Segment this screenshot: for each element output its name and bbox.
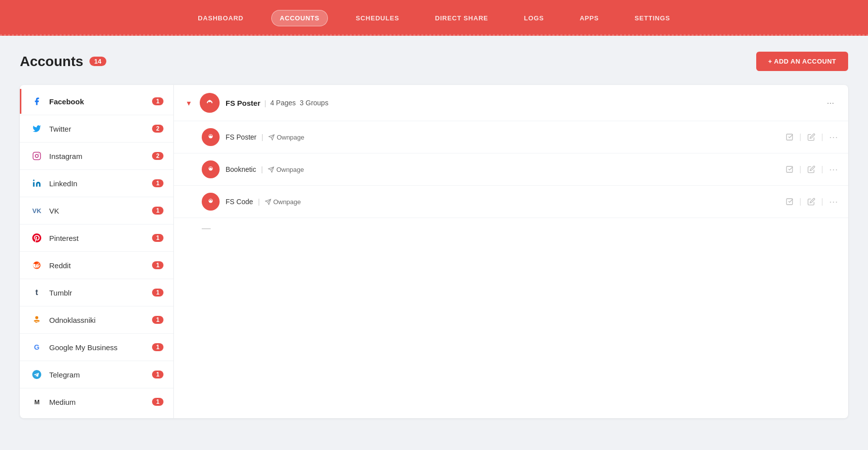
odnoklassniki-icon [31, 314, 42, 325]
sidebar-divider-8 [20, 306, 173, 306]
nav-logs[interactable]: LOGS [516, 10, 552, 26]
sidebar-label-twitter: Twitter [49, 125, 152, 133]
account-actions-fscode: | | ··· [786, 197, 838, 207]
account-name-fscode: FS Code [226, 198, 253, 206]
separator: | [261, 165, 263, 173]
group-name: FS Poster [226, 99, 260, 107]
sidebar-item-gmb[interactable]: G Google My Business 1 [20, 335, 173, 360]
sidebar-item-linkedin[interactable]: LinkedIn 1 [20, 171, 173, 196]
sidebar-item-twitter[interactable]: Twitter 2 [20, 116, 173, 141]
action-sep-2: | [821, 165, 823, 174]
sidebar-divider-10 [20, 361, 173, 361]
check-icon-fsposter[interactable] [786, 133, 793, 141]
more-icon-fscode[interactable]: ··· [829, 197, 838, 207]
nav-apps[interactable]: APPS [572, 10, 607, 26]
svg-point-5 [203, 96, 216, 109]
svg-rect-14 [787, 166, 792, 172]
svg-point-6 [209, 100, 211, 102]
sidebar-badge-medium: 1 [152, 398, 163, 406]
sidebar-label-vk: VK [49, 207, 152, 215]
nav-settings[interactable]: SETTINGS [627, 10, 678, 26]
account-info-fscode: FS Code | Ownpage [226, 198, 780, 206]
sidebar-badge-reddit: 1 [152, 261, 163, 269]
edit-icon-fscode[interactable] [807, 198, 815, 206]
more-icon-fsposter[interactable]: ··· [829, 132, 838, 143]
sidebar-item-reddit[interactable]: Reddit 1 [20, 253, 173, 278]
svg-point-3 [33, 180, 35, 181]
nav-schedules[interactable]: SCHEDULES [348, 10, 407, 26]
sidebar-label-linkedin: LinkedIn [49, 179, 152, 188]
page-title: Accounts [20, 54, 83, 70]
svg-rect-0 [33, 152, 41, 160]
sidebar-item-odnoklassniki[interactable]: Odnoklassniki 1 [20, 307, 173, 332]
expand-more-row[interactable]: — [174, 218, 848, 238]
sidebar-badge-pinterest: 1 [152, 234, 163, 242]
sidebar-badge-instagram: 2 [152, 152, 163, 160]
sidebar-item-instagram[interactable]: Instagram 2 [20, 144, 173, 168]
sidebar-item-tumblr[interactable]: t Tumblr 1 [20, 280, 173, 305]
sidebar-item-facebook[interactable]: Facebook 1 [20, 89, 173, 114]
account-actions-booknetic: | | ··· [786, 164, 838, 175]
sidebar-badge-twitter: 2 [152, 125, 163, 133]
medium-icon: M [31, 396, 42, 407]
sidebar-divider-5 [20, 224, 173, 225]
sidebar-divider-6 [20, 251, 173, 252]
sidebar-badge-vk: 1 [152, 207, 163, 215]
sidebar-label-instagram: Instagram [49, 152, 152, 160]
svg-rect-18 [787, 199, 792, 205]
sidebar-badge-gmb: 1 [152, 343, 163, 351]
top-navigation: DASHBOARD ACCOUNTS SCHEDULES DIRECT SHAR… [0, 0, 868, 36]
nav-direct-share[interactable]: DIRECT SHARE [427, 10, 496, 26]
action-sep: | [799, 133, 801, 142]
group-info: FS Poster | 4 Pages 3 Groups [226, 99, 817, 107]
instagram-icon [31, 150, 42, 161]
sidebar-divider-4 [20, 197, 173, 197]
page-content: Accounts 14 + ADD AN ACCOUNT Facebook 1 [0, 36, 868, 434]
account-rows: FS Poster | Ownpage | [174, 121, 848, 238]
linkedin-icon [31, 178, 42, 189]
nav-accounts[interactable]: ACCOUNTS [271, 10, 328, 26]
sidebar-divider-11 [20, 388, 173, 388]
sidebar-badge-odnoklassniki: 1 [152, 316, 163, 324]
edit-icon-fsposter[interactable] [807, 133, 815, 141]
account-type-fsposter: Ownpage [268, 134, 305, 141]
page-title-wrap: Accounts 14 [20, 54, 106, 70]
account-name-booknetic: Booknetic [226, 165, 256, 173]
sidebar: Facebook 1 Twitter 2 [20, 85, 174, 418]
add-account-button[interactable]: + ADD AN ACCOUNT [756, 52, 848, 71]
sidebar-divider-3 [20, 169, 173, 170]
pinterest-icon [31, 232, 42, 243]
sidebar-badge-linkedin: 1 [152, 179, 163, 187]
separator: | [261, 133, 263, 141]
account-row: FS Poster | Ownpage | [174, 121, 848, 153]
gmb-icon: G [31, 342, 42, 353]
more-icon-booknetic[interactable]: ··· [829, 164, 838, 175]
content-area: ▾ FS Poster | 4 Pages 3 Groups ··· [174, 85, 848, 418]
group-chevron-icon[interactable]: ▾ [184, 98, 194, 108]
sidebar-item-vk[interactable]: VK VK 1 [20, 198, 173, 223]
facebook-icon [31, 96, 42, 107]
action-sep-2: | [821, 133, 823, 142]
sidebar-label-odnoklassniki: Odnoklassniki [49, 316, 152, 324]
account-info-fsposter: FS Poster | Ownpage [226, 133, 780, 141]
check-icon-fscode[interactable] [786, 198, 793, 206]
check-icon-booknetic[interactable] [786, 165, 793, 173]
sidebar-badge-tumblr: 1 [152, 289, 163, 297]
edit-icon-booknetic[interactable] [807, 165, 815, 173]
sidebar-label-tumblr: Tumblr [49, 289, 152, 297]
group-header: ▾ FS Poster | 4 Pages 3 Groups ··· [174, 85, 848, 121]
group-pages: 4 Pages [270, 99, 296, 107]
action-sep: | [799, 165, 801, 174]
svg-rect-10 [787, 134, 792, 140]
twitter-icon [31, 123, 42, 134]
group-more-button[interactable]: ··· [823, 96, 838, 110]
sidebar-divider-9 [20, 333, 173, 334]
telegram-icon [31, 369, 42, 380]
vk-icon: VK [31, 205, 42, 216]
sidebar-item-telegram[interactable]: Telegram 1 [20, 362, 173, 387]
sidebar-item-medium[interactable]: M Medium 1 [20, 389, 173, 414]
nav-dashboard[interactable]: DASHBOARD [190, 10, 251, 26]
sidebar-item-pinterest[interactable]: Pinterest 1 [20, 225, 173, 250]
group-separator: | [264, 99, 266, 107]
main-layout: Facebook 1 Twitter 2 [20, 85, 848, 418]
